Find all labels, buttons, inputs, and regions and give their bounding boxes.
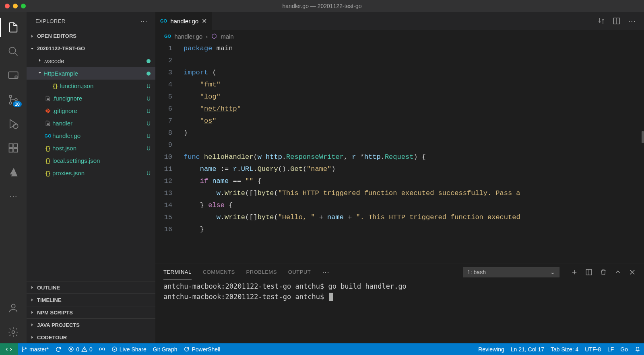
port-status[interactable]	[96, 343, 108, 355]
azure-icon	[8, 166, 19, 178]
reviewing-status[interactable]: Reviewing	[475, 343, 508, 355]
collapsed-section[interactable]: CODETOUR	[27, 331, 155, 343]
bottom-panel: TERMINALCOMMENTSPROBLEMSOUTPUT ⋯ 1: bash…	[155, 263, 644, 343]
cursor-position-status[interactable]: Ln 21, Col 17	[508, 343, 547, 355]
zoom-window[interactable]	[21, 4, 26, 8]
panel-tab-terminal[interactable]: TERMINAL	[163, 265, 192, 279]
open-editors-section[interactable]: OPEN EDITORS	[27, 30, 155, 42]
breadcrumb[interactable]: GO handler.go › main	[155, 30, 644, 43]
code-line[interactable]: )	[184, 127, 644, 139]
git-status-badge: U	[143, 95, 151, 102]
azure-activity[interactable]	[0, 161, 27, 183]
json-icon: {}	[43, 170, 52, 176]
more-activity[interactable]: ⋯	[0, 185, 27, 207]
code-line[interactable]: name := r.URL.Query().Get("name")	[184, 163, 644, 175]
maximize-panel-icon[interactable]	[614, 269, 621, 276]
settings-activity[interactable]	[0, 321, 27, 343]
sidebar-more-icon[interactable]: ⋯	[140, 16, 148, 25]
tree-item[interactable]: handlerU	[27, 117, 155, 129]
svg-point-12	[12, 331, 15, 334]
tree-item[interactable]: {}function.jsonU	[27, 80, 155, 92]
collapsed-section[interactable]: OUTLINE	[27, 281, 155, 293]
remote-indicator[interactable]	[0, 343, 18, 355]
language-status[interactable]: Go	[617, 343, 631, 355]
extensions-activity[interactable]	[0, 137, 27, 159]
extensions-icon	[8, 142, 19, 154]
code-line[interactable]: package main	[184, 43, 644, 55]
sidebar-title: EXPLORER	[35, 18, 66, 24]
debug-activity[interactable]	[0, 113, 27, 135]
code-line[interactable]: }	[184, 224, 644, 236]
terminal-body[interactable]: antchu-macbook:20201122-test-go antchu$ …	[155, 281, 644, 343]
code-line[interactable]: "net/http"	[184, 103, 644, 115]
eol-status[interactable]: LF	[604, 343, 617, 355]
code-line[interactable]: import (	[184, 67, 644, 79]
tree-item[interactable]: .funcignoreU	[27, 92, 155, 105]
terminal-selector[interactable]: 1: bash ⌄	[463, 267, 559, 277]
tree-item[interactable]: GOhandler.goU	[27, 129, 155, 142]
tree-label: handler	[52, 120, 143, 127]
code-line[interactable]: w.Write([]byte("Hello, " + name + ". Thi…	[184, 211, 644, 224]
panel-tab-problems[interactable]: PROBLEMS	[246, 265, 277, 279]
code-line[interactable]	[184, 55, 644, 67]
sync-icon	[55, 346, 62, 353]
compare-changes-icon[interactable]	[597, 17, 605, 25]
problems-status[interactable]: 0 0	[65, 343, 96, 355]
chevron-right-icon	[29, 322, 35, 328]
code-content[interactable]: package mainimport ( "fmt" "log" "net/ht…	[184, 43, 644, 263]
close-tab-icon[interactable]: ✕	[202, 17, 207, 25]
code-line[interactable]: "os"	[184, 115, 644, 127]
code-line[interactable]	[184, 139, 644, 151]
remote-activity[interactable]	[0, 64, 27, 87]
search-activity[interactable]	[0, 40, 27, 63]
minimap[interactable]	[640, 43, 644, 263]
trash-icon[interactable]	[600, 269, 607, 276]
tree-label: function.json	[60, 82, 143, 89]
close-panel-icon[interactable]	[629, 269, 636, 276]
tree-item[interactable]: .vscode	[27, 55, 155, 67]
tree-item[interactable]: {}proxies.jsonU	[27, 167, 155, 179]
code-line[interactable]: } else {	[184, 199, 644, 211]
code-line[interactable]: "log"	[184, 91, 644, 103]
gitgraph-status[interactable]: Git Graph	[150, 343, 181, 355]
modified-dot-icon	[147, 72, 151, 76]
panel-tab-output[interactable]: OUTPUT	[288, 265, 311, 279]
split-editor-icon[interactable]	[613, 17, 621, 25]
powershell-status[interactable]: PowerShell	[180, 343, 223, 355]
more-actions-icon[interactable]: ⋯	[628, 16, 636, 26]
collapsed-section[interactable]: JAVA PROJECTS	[27, 318, 155, 331]
split-terminal-icon[interactable]	[585, 269, 592, 276]
code-line[interactable]: if name == "" {	[184, 175, 644, 187]
panel-tab-comments[interactable]: COMMENTS	[203, 265, 235, 279]
git-branch-status[interactable]: master*	[18, 343, 52, 355]
liveshare-status[interactable]: Live Share	[108, 343, 150, 355]
sync-status[interactable]	[52, 343, 65, 355]
go-icon: GO	[160, 18, 167, 23]
code-editor[interactable]: 12345678910111213141516 package mainimpo…	[155, 43, 644, 263]
explorer-activity[interactable]	[0, 16, 27, 39]
terminal-cursor	[329, 293, 333, 301]
encoding-status[interactable]: UTF-8	[582, 343, 604, 355]
tree-item[interactable]: {}host.jsonU	[27, 142, 155, 154]
collapsed-section[interactable]: NPM SCRIPTS	[27, 306, 155, 318]
feedback-status[interactable]	[631, 343, 644, 355]
tree-item[interactable]: {}local.settings.json	[27, 154, 155, 167]
tree-item[interactable]: HttpExample	[27, 67, 155, 80]
editor-tab[interactable]: GO handler.go ✕	[155, 12, 212, 30]
new-terminal-icon[interactable]	[571, 269, 578, 276]
scm-activity[interactable]: 10	[0, 88, 27, 111]
project-section[interactable]: 20201122-TEST-GO	[27, 42, 155, 55]
collapsed-section[interactable]: TIMELINE	[27, 293, 155, 306]
minimize-window[interactable]	[13, 4, 18, 8]
code-line[interactable]: w.Write([]byte("This HTTP triggered func…	[184, 187, 644, 199]
tabsize-status[interactable]: Tab Size: 4	[547, 343, 582, 355]
close-window[interactable]	[5, 4, 10, 8]
panel-more-icon[interactable]: ⋯	[322, 268, 329, 277]
accounts-activity[interactable]	[0, 297, 27, 319]
chevron-right-icon: ›	[206, 33, 208, 40]
ellipsis-icon: ⋯	[9, 191, 17, 201]
tree-item[interactable]: .gitignoreU	[27, 105, 155, 117]
code-line[interactable]: func helloHandler(w http.ResponseWriter,…	[184, 151, 644, 163]
terminal-line: antchu-macbook:20201122-test-go antchu$ …	[163, 281, 636, 291]
code-line[interactable]: "fmt"	[184, 79, 644, 91]
